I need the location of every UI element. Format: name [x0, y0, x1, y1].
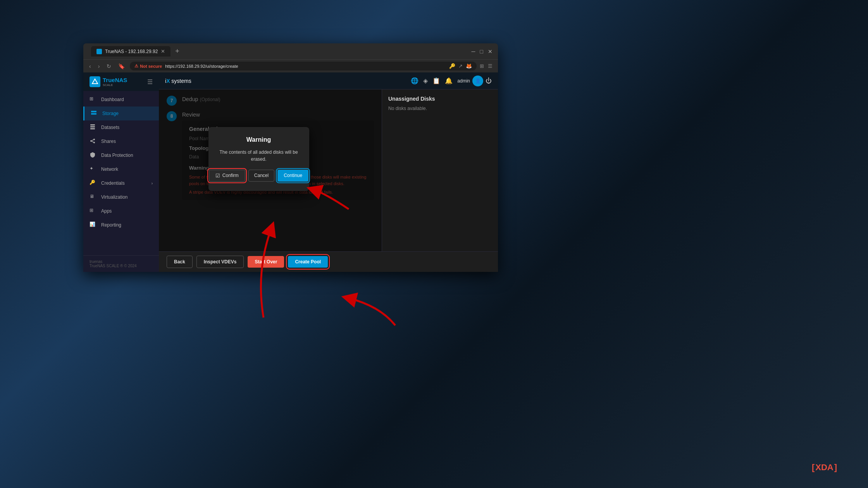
fox-icon[interactable]: 🦊 [466, 63, 472, 69]
not-secure-label: Not secure [140, 64, 162, 69]
logo-icon [90, 76, 100, 87]
address-bar: ‹ › ↻ 🔖 ⚠ Not secure https://192.168.29.… [83, 59, 498, 72]
minimize-button[interactable]: ─ [472, 48, 475, 55]
svg-line-9 [91, 139, 94, 141]
confirm-button[interactable]: ☑ Confirm [209, 170, 245, 182]
datasets-icon [90, 124, 96, 131]
cancel-button[interactable]: Cancel [248, 170, 274, 182]
svg-rect-1 [91, 111, 96, 112]
settings-icon[interactable]: ☰ [488, 63, 493, 69]
url-text: https://192.168.29.92/ui/storage/create [165, 64, 238, 69]
virtualization-icon: 🖥 [90, 194, 96, 201]
credentials-icon: 🔑 [90, 180, 96, 187]
content-body: 7 Dedup (Optional) 8 Review General Info [159, 89, 498, 251]
inspect-vdevs-button[interactable]: Inspect VDEVs [196, 256, 244, 268]
sidebar-item-storage[interactable]: Storage [83, 107, 159, 120]
avatar-icon: 👤 [475, 78, 481, 84]
sidebar-item-virtualization[interactable]: 🖥 Virtualization [83, 190, 159, 204]
bell-icon[interactable]: 🔔 [445, 77, 453, 84]
start-over-button[interactable]: Start Over [248, 256, 284, 268]
topbar: iX systems 🌐 ◈ 📋 🔔 admin 👤 ⏻ [159, 72, 498, 89]
security-icon: ⚠ [134, 64, 138, 69]
footer-bar: Back Inspect VDEVs Start Over Create Poo… [159, 251, 498, 272]
app-content: TrueNAS SCALE ☰ ⊞ Dashboard [83, 72, 498, 272]
globe-icon[interactable]: 🌐 [411, 77, 418, 84]
sidebar-header: TrueNAS SCALE ☰ [83, 72, 159, 91]
sidebar: TrueNAS SCALE ☰ ⊞ Dashboard [83, 72, 159, 272]
nav-items: ⊞ Dashboard Storage [83, 91, 159, 255]
footer-hostname: truenas [90, 259, 153, 264]
sidebar-item-shares[interactable]: Shares [83, 134, 159, 148]
storage-label: Storage [102, 111, 119, 116]
admin-label: admin [457, 78, 470, 84]
topbar-icons: 🌐 ◈ 📋 🔔 admin 👤 ⏻ [411, 76, 492, 86]
credentials-chevron: › [152, 181, 153, 186]
sidebar-footer: truenas TrueNAS SCALE ® © 2024 [83, 255, 159, 272]
sidebar-item-datasets[interactable]: Datasets [83, 120, 159, 134]
new-tab-button[interactable]: + [172, 46, 183, 57]
xda-bracket-right: ] [834, 462, 837, 473]
sidebar-item-network[interactable]: ✦ Network [83, 162, 159, 176]
apps-label: Apps [101, 208, 112, 214]
dialog-actions: ☑ Confirm Cancel Continue [218, 170, 300, 182]
maximize-button[interactable]: □ [480, 48, 483, 55]
power-icon[interactable]: ⏻ [486, 77, 492, 84]
storage-icon [91, 110, 98, 117]
refresh-button[interactable]: ↻ [105, 62, 113, 70]
svg-rect-3 [90, 124, 95, 125]
dialog-overlay: Warning The contents of all added disks … [159, 89, 382, 251]
svg-rect-2 [91, 113, 96, 115]
url-input[interactable]: ⚠ Not secure https://192.168.29.92/ui/st… [130, 62, 477, 70]
extensions-icon[interactable]: ⊞ [480, 63, 484, 69]
tab-favicon [96, 49, 102, 54]
sidebar-item-dashboard[interactable]: ⊞ Dashboard [83, 93, 159, 107]
back-nav-button[interactable]: ‹ [87, 62, 93, 70]
clipboard-icon[interactable]: 📋 [432, 77, 440, 84]
layers-icon[interactable]: ◈ [423, 77, 428, 84]
forward-nav-button[interactable]: › [96, 62, 102, 70]
continue-button[interactable]: Continue [277, 170, 308, 182]
network-label: Network [101, 167, 118, 172]
svg-line-10 [91, 141, 94, 143]
form-area: 7 Dedup (Optional) 8 Review General Info [159, 89, 382, 251]
key-icon[interactable]: 🔑 [449, 63, 455, 69]
tab-close-button[interactable]: ✕ [161, 48, 165, 54]
create-pool-button[interactable]: Create Pool [288, 256, 328, 268]
xda-bracket-left: [ [812, 462, 815, 473]
share-icon[interactable]: ↗ [458, 63, 463, 69]
sidebar-item-reporting[interactable]: 📊 Reporting [83, 218, 159, 232]
data-protection-icon [90, 152, 96, 159]
tab-bar: TrueNAS - 192.168.29.92 ✕ + [87, 46, 186, 57]
back-button[interactable]: Back [167, 256, 193, 268]
xda-text: XDA [815, 462, 833, 473]
sidebar-item-credentials[interactable]: 🔑 Credentials › [83, 176, 159, 190]
svg-rect-5 [90, 128, 95, 129]
admin-avatar[interactable]: 👤 [472, 76, 483, 86]
shares-icon [90, 138, 96, 145]
dialog-title: Warning [218, 136, 300, 143]
network-icon: ✦ [90, 166, 96, 173]
browser-chrome: TrueNAS - 192.168.29.92 ✕ + ─ □ ✕ ‹ › ↻ … [83, 43, 498, 72]
apps-icon: ⊞ [90, 208, 96, 215]
security-indicator: ⚠ Not secure [134, 64, 162, 69]
svg-rect-4 [90, 126, 95, 127]
sidebar-menu-button[interactable]: ☰ [147, 78, 153, 86]
logo-text: TrueNAS [103, 77, 127, 83]
confirm-checkbox-icon: ☑ [215, 173, 220, 179]
admin-badge: admin 👤 ⏻ [457, 76, 492, 86]
logo-sub: SCALE [103, 83, 127, 87]
tab-title: TrueNAS - 192.168.29.92 [105, 49, 158, 54]
bookmark-button[interactable]: 🔖 [116, 62, 127, 70]
active-tab[interactable]: TrueNAS - 192.168.29.92 ✕ [91, 46, 170, 57]
close-button[interactable]: ✕ [488, 48, 493, 55]
confirm-label: Confirm [222, 173, 239, 178]
data-protection-label: Data Protection [101, 153, 133, 158]
right-panel: Unassigned Disks No disks available. [382, 89, 498, 251]
sidebar-item-data-protection[interactable]: Data Protection [83, 148, 159, 162]
sidebar-item-apps[interactable]: ⊞ Apps [83, 204, 159, 218]
no-disks-text: No disks available. [388, 106, 492, 111]
continue-label: Continue [284, 173, 302, 178]
virtualization-label: Virtualization [101, 194, 127, 200]
svg-marker-0 [92, 79, 98, 84]
url-icons: 🔑 ↗ 🦊 [449, 63, 472, 69]
